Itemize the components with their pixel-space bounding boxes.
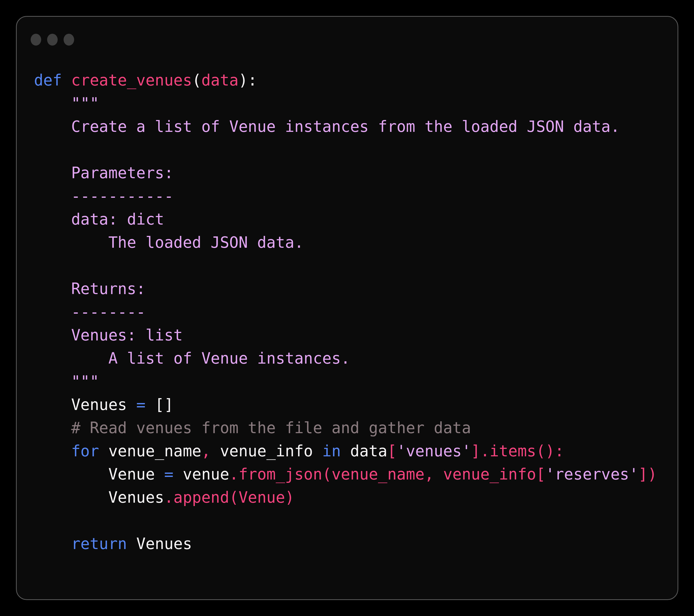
code-token: ,	[201, 442, 211, 460]
code-token: 'reserves'	[546, 465, 638, 483]
window-control-dot-icon[interactable]	[31, 34, 41, 46]
code-token: venue_name	[108, 442, 201, 460]
code-token: """	[34, 94, 99, 112]
code-line: Venue = venue.from_json(venue_name, venu…	[34, 463, 667, 486]
code-line: Venues = []	[34, 393, 667, 416]
code-token: A list of Venue instances.	[34, 349, 350, 367]
code-token: .items():	[480, 442, 564, 460]
code-token: =	[164, 465, 183, 483]
code-token: Returns:	[34, 280, 145, 298]
code-token: create_venues	[71, 71, 192, 89]
code-token: (	[192, 71, 201, 89]
code-line: def create_venues(data):	[34, 69, 667, 92]
code-token: 'venues'	[397, 442, 471, 460]
code-line	[34, 254, 667, 277]
code-line: Create a list of Venue instances from th…	[34, 115, 667, 138]
code-token: --------	[34, 303, 145, 321]
code-token: .append(Venue)	[164, 488, 294, 506]
code-token	[34, 535, 71, 552]
code-line: data: dict	[34, 207, 667, 231]
code-line: -----------	[34, 184, 667, 207]
window-control-dot-icon[interactable]	[63, 34, 74, 46]
code-token: Venue	[34, 465, 164, 483]
code-token: ]	[471, 442, 480, 460]
code-token: data	[350, 442, 387, 460]
code-token: venue	[183, 465, 230, 483]
code-line	[34, 138, 667, 161]
code-line: for venue_name, venue_info in data['venu…	[34, 439, 667, 463]
code-token: return	[71, 535, 136, 552]
window-titlebar	[17, 17, 677, 46]
code-token	[34, 442, 71, 460]
code-line: Returns:	[34, 277, 667, 300]
code-token: def	[34, 71, 71, 89]
code-token: The loaded JSON data.	[34, 233, 304, 251]
code-token: Venues: list	[34, 326, 183, 344]
code-token: data	[201, 71, 239, 89]
code-token: # Read venues from the file and gather d…	[34, 419, 471, 437]
code-line: """	[34, 92, 667, 115]
code-line: Parameters:	[34, 161, 667, 184]
code-line: return Venues	[34, 532, 667, 555]
code-token: ):	[239, 71, 257, 89]
code-token: Parameters:	[34, 164, 174, 182]
code-line: Venues.append(Venue)	[34, 486, 667, 509]
code-token: =	[136, 396, 155, 414]
code-token: [	[387, 442, 397, 460]
code-line: A list of Venue instances.	[34, 347, 667, 370]
code-token: in	[322, 442, 350, 460]
code-line: """	[34, 370, 667, 393]
code-line: --------	[34, 300, 667, 324]
window-control-dot-icon[interactable]	[47, 34, 58, 46]
code-line	[34, 509, 667, 532]
code-token: []	[155, 396, 174, 414]
code-token: for	[71, 442, 109, 460]
code-token: Venues	[136, 535, 192, 552]
code-token: Venues	[34, 488, 164, 506]
code-token: ])	[638, 465, 657, 483]
code-token: data: dict	[34, 210, 164, 228]
code-line: The loaded JSON data.	[34, 231, 667, 254]
code-block: def create_venues(data): """ Create a li…	[17, 46, 677, 555]
code-window: def create_venues(data): """ Create a li…	[16, 16, 678, 600]
code-token: Venues	[34, 396, 136, 414]
code-token: """	[34, 373, 99, 391]
code-line: # Read venues from the file and gather d…	[34, 416, 667, 439]
code-line: Venues: list	[34, 324, 667, 347]
code-token: .from_json(venue_name, venue_info[	[230, 465, 546, 483]
code-token: venue_info	[211, 442, 322, 460]
code-token: Create a list of Venue instances from th…	[34, 117, 620, 135]
code-token: -----------	[34, 187, 174, 205]
